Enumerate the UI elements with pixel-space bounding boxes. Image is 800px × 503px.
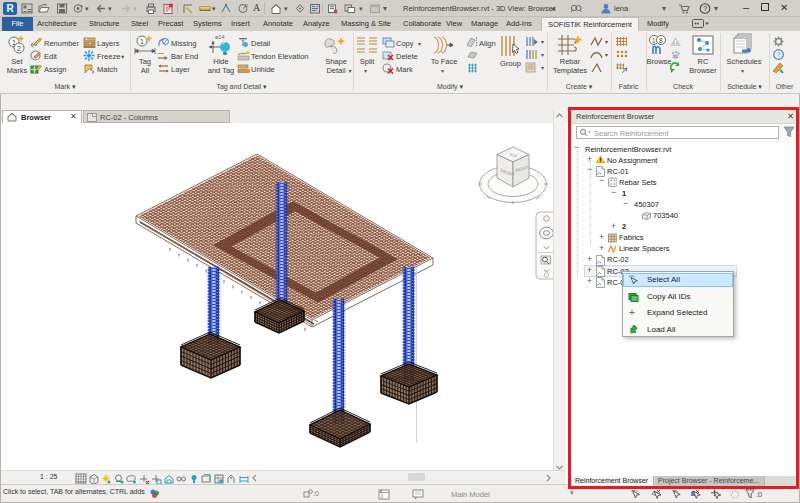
- svg-text:1: 1: [140, 38, 144, 45]
- svg-text:1: 1: [652, 37, 656, 44]
- svg-text:8: 8: [659, 37, 663, 44]
- svg-text:o: o: [245, 2, 248, 8]
- svg-text:?: ?: [777, 51, 781, 58]
- svg-text:?: ?: [703, 4, 708, 13]
- svg-text:ø14: ø14: [215, 34, 224, 40]
- svg-text:2: 2: [17, 45, 21, 52]
